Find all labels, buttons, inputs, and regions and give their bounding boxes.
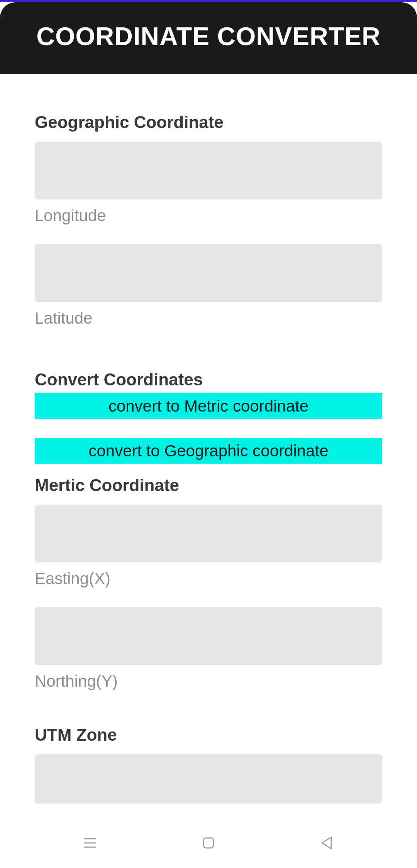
easting-label: Easting(X) bbox=[35, 569, 382, 588]
geographic-section-title: Geographic Coordinate bbox=[35, 113, 382, 132]
latitude-label: Latitude bbox=[35, 309, 382, 328]
easting-block: Easting(X) bbox=[35, 505, 382, 588]
utm-block bbox=[35, 754, 382, 804]
navigation-bar bbox=[0, 818, 417, 868]
home-icon[interactable] bbox=[200, 835, 217, 851]
convert-section-title: Convert Coordinates bbox=[35, 370, 382, 389]
longitude-input[interactable] bbox=[35, 142, 382, 199]
svg-rect-3 bbox=[203, 838, 214, 848]
latitude-block: Latitude bbox=[35, 244, 382, 328]
app-title: COORDINATE CONVERTER bbox=[8, 22, 409, 51]
main-content: Geographic Coordinate Longitude Latitude… bbox=[0, 74, 417, 804]
longitude-label: Longitude bbox=[35, 206, 382, 225]
app-header: COORDINATE CONVERTER bbox=[0, 2, 417, 74]
latitude-input[interactable] bbox=[35, 244, 382, 302]
easting-input[interactable] bbox=[35, 505, 382, 562]
metric-section-title: Mertic Coordinate bbox=[35, 476, 382, 495]
convert-to-metric-button[interactable]: convert to Metric coordinate bbox=[35, 393, 382, 419]
northing-input[interactable] bbox=[35, 607, 382, 665]
convert-to-geographic-button[interactable]: convert to Geographic coordinate bbox=[35, 438, 382, 464]
svg-marker-4 bbox=[322, 837, 331, 849]
northing-label: Northing(Y) bbox=[35, 672, 382, 691]
longitude-block: Longitude bbox=[35, 142, 382, 225]
back-icon[interactable] bbox=[319, 835, 335, 851]
menu-icon[interactable] bbox=[82, 835, 98, 851]
utm-section-title: UTM Zone bbox=[35, 725, 382, 745]
northing-block: Northing(Y) bbox=[35, 607, 382, 691]
utm-zone-input[interactable] bbox=[35, 754, 382, 804]
